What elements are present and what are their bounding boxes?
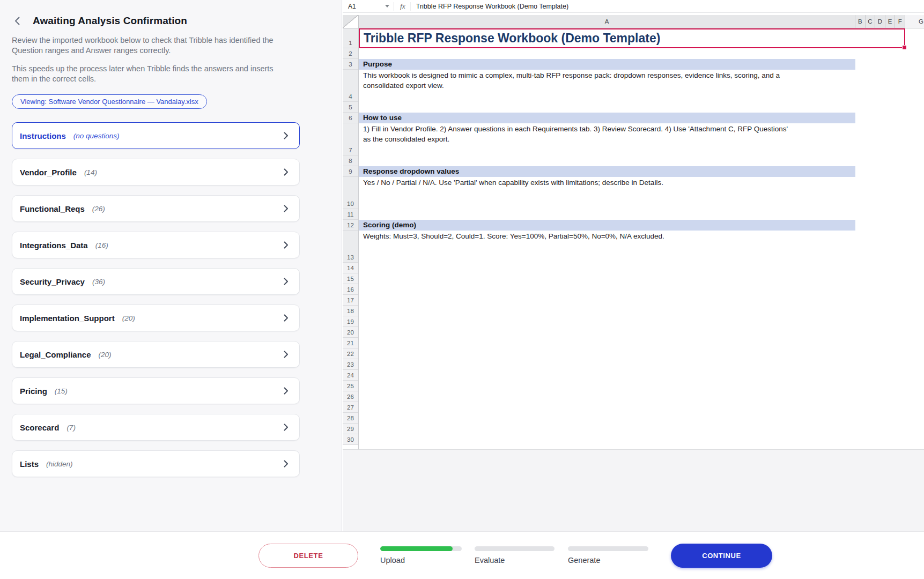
sheet-row-13: Weights: Must=3, Should=2, Could=1. Scor… bbox=[359, 231, 924, 263]
row-header-12[interactable]: 12 bbox=[343, 220, 358, 231]
sheet-card-Scorecard[interactable]: Scorecard(7) bbox=[12, 414, 300, 441]
row-header-26[interactable]: 26 bbox=[343, 391, 358, 402]
sheet-background-area bbox=[343, 449, 924, 531]
sheet-card-label: Scorecard bbox=[20, 423, 59, 432]
continue-button[interactable]: CONTINUE bbox=[671, 544, 772, 568]
sheet-row-14 bbox=[359, 263, 924, 273]
cell-A1-title[interactable]: Tribble RFP Response Workbook (Demo Temp… bbox=[359, 28, 924, 48]
row-header-4[interactable]: 4 bbox=[343, 70, 358, 102]
column-header-F[interactable]: F bbox=[895, 15, 905, 28]
row-header-25[interactable]: 25 bbox=[343, 381, 358, 391]
sheet-card-question-count: (7) bbox=[66, 424, 76, 432]
row-header-28[interactable]: 28 bbox=[343, 413, 358, 424]
chevron-right-icon bbox=[281, 240, 291, 250]
delete-button[interactable]: DELETE bbox=[258, 544, 358, 568]
sheet-row-25 bbox=[359, 381, 924, 391]
chevron-right-icon bbox=[281, 350, 291, 359]
row-header-24[interactable]: 24 bbox=[343, 370, 358, 381]
row-header-21[interactable]: 21 bbox=[343, 338, 358, 348]
cell-name-box[interactable]: A1 bbox=[343, 3, 394, 10]
chevron-right-icon bbox=[281, 422, 291, 432]
row-header-16[interactable]: 16 bbox=[343, 284, 358, 295]
cell-text: consolidated export view. bbox=[359, 81, 924, 91]
cell-text: 1) Fill in Vendor Profile. 2) Answer que… bbox=[359, 123, 924, 135]
row-header-2[interactable]: 2 bbox=[343, 48, 358, 59]
column-headers: ABCDEFG bbox=[343, 15, 924, 28]
step-upload: Upload bbox=[380, 546, 462, 565]
row-header-14[interactable]: 14 bbox=[343, 263, 358, 273]
column-header-B[interactable]: B bbox=[855, 15, 866, 28]
sheet-row-12: Scoring (demo) bbox=[359, 220, 924, 231]
step-evaluate: Evaluate bbox=[475, 546, 555, 565]
sheet-card-question-count: (15) bbox=[55, 387, 68, 395]
sheet-card-question-count: (20) bbox=[122, 314, 135, 322]
fx-icon: fx bbox=[394, 2, 410, 11]
step-generate: Generate bbox=[568, 546, 648, 565]
row-header-30[interactable]: 30 bbox=[343, 434, 358, 445]
sheet-card-Lists[interactable]: Lists(hidden) bbox=[12, 450, 300, 477]
row-header-27[interactable]: 27 bbox=[343, 402, 358, 413]
column-header-G[interactable]: G bbox=[905, 15, 924, 28]
column-header-A[interactable]: A bbox=[359, 15, 855, 28]
chevron-right-icon bbox=[281, 459, 291, 469]
sheet-card-Functional_Reqs[interactable]: Functional_Reqs(26) bbox=[12, 195, 300, 222]
sheet-card-Legal_Compliance[interactable]: Legal_Compliance(20) bbox=[12, 341, 300, 368]
chevron-right-icon bbox=[281, 277, 291, 286]
sheet-cells: Tribble RFP Response Workbook (Demo Temp… bbox=[359, 28, 924, 449]
row-header-11[interactable]: 11 bbox=[343, 209, 358, 220]
back-button[interactable] bbox=[11, 14, 25, 28]
chevron-left-icon bbox=[12, 16, 23, 26]
sheet-card-question-count: (20) bbox=[99, 351, 112, 359]
row-header-18[interactable]: 18 bbox=[343, 306, 358, 316]
sheet-card-question-count: (36) bbox=[92, 278, 105, 286]
page: Awaiting Analysis Confirmation Review th… bbox=[0, 0, 924, 579]
sheet-card-Pricing[interactable]: Pricing(15) bbox=[12, 377, 300, 404]
analysis-confirmation-panel: Awaiting Analysis Confirmation Review th… bbox=[0, 0, 342, 531]
section-header-cell: Purpose bbox=[359, 59, 855, 70]
sheet-card-Implementation_Support[interactable]: Implementation_Support(20) bbox=[12, 305, 300, 331]
sheet-row-1: Tribble RFP Response Workbook (Demo Temp… bbox=[359, 28, 924, 48]
cell-text: Yes / No / Partial / N/A. Use 'Partial' … bbox=[359, 177, 924, 188]
row-header-29[interactable]: 29 bbox=[343, 424, 358, 434]
sheet-grid: 1234567891011121314151617181920212223242… bbox=[343, 28, 924, 449]
row-header-8[interactable]: 8 bbox=[343, 155, 358, 166]
sheet-card-Instructions[interactable]: Instructions(no questions) bbox=[12, 122, 300, 149]
row-header-6[interactable]: 6 bbox=[343, 113, 358, 123]
row-header-15[interactable]: 15 bbox=[343, 273, 358, 284]
sheet-row-24 bbox=[359, 370, 924, 381]
row-header-5[interactable]: 5 bbox=[343, 102, 358, 113]
row-header-13[interactable]: 13 bbox=[343, 231, 358, 263]
row-header-3[interactable]: 3 bbox=[343, 59, 358, 70]
row-header-22[interactable]: 22 bbox=[343, 348, 358, 359]
action-bar: DELETE UploadEvaluateGenerate CONTINUE bbox=[0, 531, 924, 579]
column-header-D[interactable]: D bbox=[875, 15, 885, 28]
sheet-row-8 bbox=[359, 155, 924, 166]
sheet-card-Integrations_Data[interactable]: Integrations_Data(16) bbox=[12, 232, 300, 258]
sheet-card-label: Implementation_Support bbox=[20, 314, 115, 323]
formula-input[interactable]: Tribble RFP Response Workbook (Demo Temp… bbox=[410, 2, 568, 11]
sheet-card-label: Vendor_Profile bbox=[20, 168, 77, 177]
row-header-7[interactable]: 7 bbox=[343, 123, 358, 155]
sheet-card-Security_Privacy[interactable]: Security_Privacy(36) bbox=[12, 268, 300, 295]
row-header-1[interactable]: 1 bbox=[343, 28, 358, 48]
sheet-row-26 bbox=[359, 391, 924, 402]
select-all-corner[interactable] bbox=[343, 15, 359, 28]
column-header-E[interactable]: E bbox=[885, 15, 896, 28]
sheet-row-10: Yes / No / Partial / N/A. Use 'Partial' … bbox=[359, 177, 924, 209]
row-header-23[interactable]: 23 bbox=[343, 359, 358, 370]
step-label: Upload bbox=[380, 556, 462, 565]
row-header-10[interactable]: 10 bbox=[343, 177, 358, 209]
progress-bar bbox=[380, 546, 462, 551]
step-label: Evaluate bbox=[475, 556, 555, 565]
row-header-19[interactable]: 19 bbox=[343, 316, 358, 327]
sheet-card-label: Instructions bbox=[20, 131, 66, 140]
chevron-right-icon bbox=[281, 313, 291, 323]
row-header-9[interactable]: 9 bbox=[343, 166, 358, 177]
column-header-C[interactable]: C bbox=[866, 15, 876, 28]
chevron-right-icon bbox=[281, 204, 291, 213]
row-header-17[interactable]: 17 bbox=[343, 295, 358, 306]
workbook-preview: A1 fx Tribble RFP Response Workbook (Dem… bbox=[343, 0, 924, 449]
sheet-card-Vendor_Profile[interactable]: Vendor_Profile(14) bbox=[12, 159, 300, 185]
sheet-row-17 bbox=[359, 295, 924, 306]
row-header-20[interactable]: 20 bbox=[343, 327, 358, 338]
